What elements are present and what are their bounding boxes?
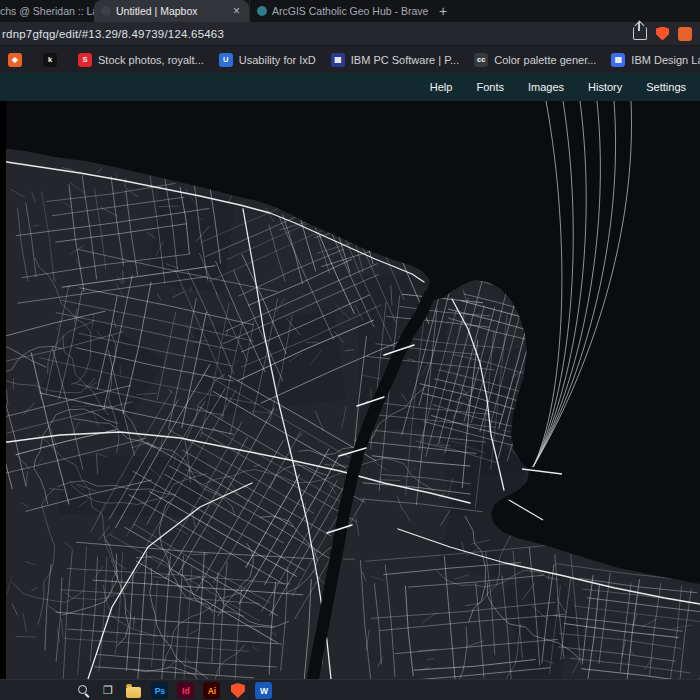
bookmark-label: Color palette gener... xyxy=(494,54,596,66)
tab-label: Untitled | Mapbox xyxy=(116,5,198,17)
share-icon xyxy=(633,27,647,40)
word-icon[interactable]: W xyxy=(255,682,272,699)
bookmark-favicon: S xyxy=(78,53,92,67)
tab-arcgis[interactable]: ArcGIS Catholic Geo Hub - Brave Sea xyxy=(249,0,431,22)
task-view-icon[interactable]: ❐ xyxy=(99,682,116,699)
brave-icon[interactable] xyxy=(229,682,246,699)
search-icon[interactable] xyxy=(78,685,90,697)
windows-taskbar: ❐ Ps Id Ai W xyxy=(0,679,700,700)
settings-link[interactable]: Settings xyxy=(646,81,686,93)
bookmark-item[interactable]: ▤ IBM Design Langua... xyxy=(611,53,700,67)
images-link[interactable]: Images xyxy=(528,81,564,93)
history-link[interactable]: History xyxy=(588,81,622,93)
bookmarks-bar: ◆ k S Stock photos, royalt... U Usabilit… xyxy=(0,45,700,73)
extension-button[interactable] xyxy=(678,27,692,41)
share-button[interactable] xyxy=(633,27,647,40)
url-input[interactable]: rdnp7gfqg/edit/#13.29/8.49739/124.65463 xyxy=(2,28,624,40)
mapbox-studio-header: Help Fonts Images History Settings xyxy=(0,73,700,101)
mapbox-favicon xyxy=(101,6,111,16)
tab-sheridan[interactable]: chs @ Sheridan :: Laser Fil xyxy=(0,0,94,22)
file-explorer-icon[interactable] xyxy=(125,682,142,699)
browser-tab-bar: chs @ Sheridan :: Laser Fil Untitled | M… xyxy=(0,0,700,22)
brave-shield-icon xyxy=(656,27,669,41)
bookmark-item[interactable]: k xyxy=(43,53,63,67)
tab-close-icon[interactable]: × xyxy=(231,5,242,17)
photoshop-icon[interactable]: Ps xyxy=(151,682,168,699)
arcgis-favicon xyxy=(257,6,267,16)
bookmark-item[interactable]: ▤ IBM PC Software | P... xyxy=(331,53,459,67)
bookmark-item[interactable]: ◆ xyxy=(8,53,28,67)
map-canvas[interactable] xyxy=(0,101,700,679)
bookmark-favicon: ◆ xyxy=(8,53,22,67)
brave-shield-button[interactable] xyxy=(656,27,669,41)
help-link[interactable]: Help xyxy=(430,81,453,93)
bookmark-label: IBM PC Software | P... xyxy=(351,54,459,66)
bookmark-favicon: cc xyxy=(474,53,488,67)
bookmark-favicon: ▤ xyxy=(331,53,345,67)
fonts-link[interactable]: Fonts xyxy=(476,81,504,93)
indesign-icon[interactable]: Id xyxy=(177,682,194,699)
bookmark-label: Stock photos, royalt... xyxy=(98,54,204,66)
windows-start-icon[interactable] xyxy=(56,684,69,697)
map-viewport xyxy=(0,101,700,679)
bookmark-label: IBM Design Langua... xyxy=(631,54,700,66)
tab-label: ArcGIS Catholic Geo Hub - Brave Sea xyxy=(272,5,431,17)
bookmark-item[interactable]: U Usability for IxD xyxy=(219,53,316,67)
tab-label: chs @ Sheridan :: Laser Fil xyxy=(0,5,94,17)
folder-icon xyxy=(126,687,141,698)
bookmark-item[interactable]: S Stock photos, royalt... xyxy=(78,53,204,67)
bookmark-favicon: U xyxy=(219,53,233,67)
tab-mapbox-active[interactable]: Untitled | Mapbox × xyxy=(94,0,249,22)
bookmark-favicon: ▤ xyxy=(611,53,625,67)
extension-icon xyxy=(678,27,692,41)
illustrator-icon[interactable]: Ai xyxy=(203,682,220,699)
bookmark-item[interactable]: cc Color palette gener... xyxy=(474,53,596,67)
bookmark-favicon: k xyxy=(43,53,57,67)
bookmark-label: Usability for IxD xyxy=(239,54,316,66)
address-bar: rdnp7gfqg/edit/#13.29/8.49739/124.65463 xyxy=(0,22,700,45)
new-tab-button[interactable]: + xyxy=(431,0,455,22)
